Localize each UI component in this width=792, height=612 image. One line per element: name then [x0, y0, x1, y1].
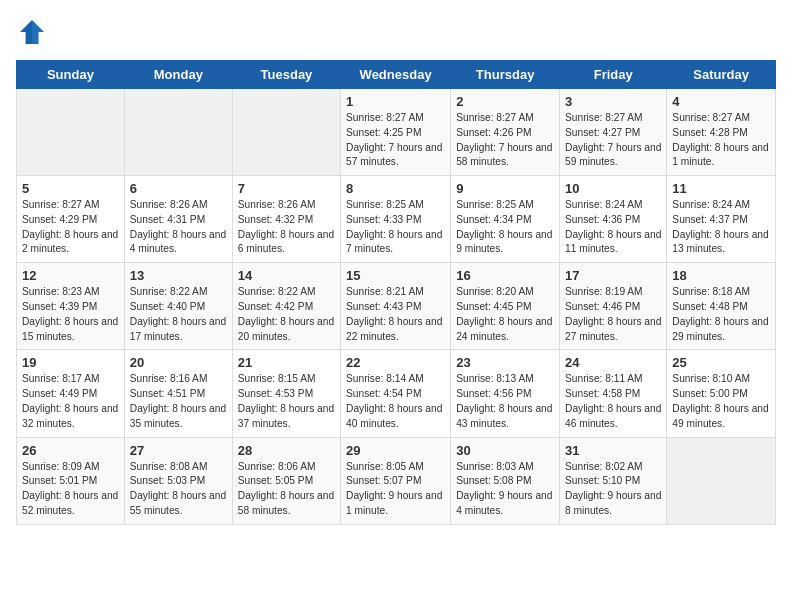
page-header	[16, 16, 776, 48]
day-info: Sunrise: 8:08 AMSunset: 5:03 PMDaylight:…	[130, 460, 227, 519]
calendar-cell: 29Sunrise: 8:05 AMSunset: 5:07 PMDayligh…	[341, 437, 451, 524]
day-number: 16	[456, 268, 554, 283]
day-number: 31	[565, 443, 661, 458]
day-number: 7	[238, 181, 335, 196]
weekday-monday: Monday	[124, 61, 232, 89]
day-info: Sunrise: 8:25 AMSunset: 4:34 PMDaylight:…	[456, 198, 554, 257]
day-number: 20	[130, 355, 227, 370]
calendar-cell: 20Sunrise: 8:16 AMSunset: 4:51 PMDayligh…	[124, 350, 232, 437]
calendar-cell: 11Sunrise: 8:24 AMSunset: 4:37 PMDayligh…	[667, 176, 776, 263]
calendar-cell: 1Sunrise: 8:27 AMSunset: 4:25 PMDaylight…	[341, 89, 451, 176]
day-info: Sunrise: 8:27 AMSunset: 4:25 PMDaylight:…	[346, 111, 445, 170]
calendar-cell	[232, 89, 340, 176]
day-info: Sunrise: 8:11 AMSunset: 4:58 PMDaylight:…	[565, 372, 661, 431]
calendar-cell: 10Sunrise: 8:24 AMSunset: 4:36 PMDayligh…	[560, 176, 667, 263]
calendar-week-2: 5Sunrise: 8:27 AMSunset: 4:29 PMDaylight…	[17, 176, 776, 263]
calendar-cell: 7Sunrise: 8:26 AMSunset: 4:32 PMDaylight…	[232, 176, 340, 263]
day-number: 11	[672, 181, 770, 196]
day-info: Sunrise: 8:06 AMSunset: 5:05 PMDaylight:…	[238, 460, 335, 519]
day-number: 27	[130, 443, 227, 458]
day-number: 2	[456, 94, 554, 109]
day-number: 15	[346, 268, 445, 283]
day-info: Sunrise: 8:23 AMSunset: 4:39 PMDaylight:…	[22, 285, 119, 344]
day-number: 29	[346, 443, 445, 458]
day-number: 8	[346, 181, 445, 196]
day-number: 12	[22, 268, 119, 283]
weekday-tuesday: Tuesday	[232, 61, 340, 89]
day-info: Sunrise: 8:24 AMSunset: 4:36 PMDaylight:…	[565, 198, 661, 257]
day-number: 19	[22, 355, 119, 370]
day-info: Sunrise: 8:26 AMSunset: 4:31 PMDaylight:…	[130, 198, 227, 257]
day-number: 26	[22, 443, 119, 458]
day-number: 28	[238, 443, 335, 458]
calendar-cell: 16Sunrise: 8:20 AMSunset: 4:45 PMDayligh…	[451, 263, 560, 350]
calendar-cell: 4Sunrise: 8:27 AMSunset: 4:28 PMDaylight…	[667, 89, 776, 176]
calendar-week-5: 26Sunrise: 8:09 AMSunset: 5:01 PMDayligh…	[17, 437, 776, 524]
calendar-cell	[667, 437, 776, 524]
day-info: Sunrise: 8:21 AMSunset: 4:43 PMDaylight:…	[346, 285, 445, 344]
calendar-cell: 26Sunrise: 8:09 AMSunset: 5:01 PMDayligh…	[17, 437, 125, 524]
day-number: 30	[456, 443, 554, 458]
day-info: Sunrise: 8:03 AMSunset: 5:08 PMDaylight:…	[456, 460, 554, 519]
day-number: 5	[22, 181, 119, 196]
weekday-sunday: Sunday	[17, 61, 125, 89]
calendar-cell: 13Sunrise: 8:22 AMSunset: 4:40 PMDayligh…	[124, 263, 232, 350]
calendar-week-3: 12Sunrise: 8:23 AMSunset: 4:39 PMDayligh…	[17, 263, 776, 350]
calendar-cell: 14Sunrise: 8:22 AMSunset: 4:42 PMDayligh…	[232, 263, 340, 350]
day-info: Sunrise: 8:14 AMSunset: 4:54 PMDaylight:…	[346, 372, 445, 431]
day-info: Sunrise: 8:18 AMSunset: 4:48 PMDaylight:…	[672, 285, 770, 344]
calendar-cell: 5Sunrise: 8:27 AMSunset: 4:29 PMDaylight…	[17, 176, 125, 263]
calendar-cell: 25Sunrise: 8:10 AMSunset: 5:00 PMDayligh…	[667, 350, 776, 437]
calendar-cell: 30Sunrise: 8:03 AMSunset: 5:08 PMDayligh…	[451, 437, 560, 524]
day-number: 10	[565, 181, 661, 196]
day-number: 23	[456, 355, 554, 370]
svg-marker-1	[32, 20, 44, 44]
day-number: 13	[130, 268, 227, 283]
weekday-friday: Friday	[560, 61, 667, 89]
calendar-week-1: 1Sunrise: 8:27 AMSunset: 4:25 PMDaylight…	[17, 89, 776, 176]
day-number: 17	[565, 268, 661, 283]
day-info: Sunrise: 8:27 AMSunset: 4:28 PMDaylight:…	[672, 111, 770, 170]
calendar-cell: 3Sunrise: 8:27 AMSunset: 4:27 PMDaylight…	[560, 89, 667, 176]
calendar-table: SundayMondayTuesdayWednesdayThursdayFrid…	[16, 60, 776, 525]
day-info: Sunrise: 8:25 AMSunset: 4:33 PMDaylight:…	[346, 198, 445, 257]
calendar-cell: 12Sunrise: 8:23 AMSunset: 4:39 PMDayligh…	[17, 263, 125, 350]
calendar-cell: 27Sunrise: 8:08 AMSunset: 5:03 PMDayligh…	[124, 437, 232, 524]
weekday-header-row: SundayMondayTuesdayWednesdayThursdayFrid…	[17, 61, 776, 89]
day-number: 3	[565, 94, 661, 109]
day-info: Sunrise: 8:02 AMSunset: 5:10 PMDaylight:…	[565, 460, 661, 519]
day-info: Sunrise: 8:13 AMSunset: 4:56 PMDaylight:…	[456, 372, 554, 431]
day-info: Sunrise: 8:15 AMSunset: 4:53 PMDaylight:…	[238, 372, 335, 431]
calendar-cell: 31Sunrise: 8:02 AMSunset: 5:10 PMDayligh…	[560, 437, 667, 524]
calendar-cell	[124, 89, 232, 176]
day-number: 24	[565, 355, 661, 370]
day-number: 4	[672, 94, 770, 109]
day-info: Sunrise: 8:27 AMSunset: 4:29 PMDaylight:…	[22, 198, 119, 257]
day-info: Sunrise: 8:27 AMSunset: 4:27 PMDaylight:…	[565, 111, 661, 170]
calendar-cell: 24Sunrise: 8:11 AMSunset: 4:58 PMDayligh…	[560, 350, 667, 437]
calendar-cell	[17, 89, 125, 176]
calendar-week-4: 19Sunrise: 8:17 AMSunset: 4:49 PMDayligh…	[17, 350, 776, 437]
calendar-cell: 28Sunrise: 8:06 AMSunset: 5:05 PMDayligh…	[232, 437, 340, 524]
calendar-cell: 22Sunrise: 8:14 AMSunset: 4:54 PMDayligh…	[341, 350, 451, 437]
calendar-cell: 17Sunrise: 8:19 AMSunset: 4:46 PMDayligh…	[560, 263, 667, 350]
day-info: Sunrise: 8:27 AMSunset: 4:26 PMDaylight:…	[456, 111, 554, 170]
day-number: 18	[672, 268, 770, 283]
calendar-cell: 6Sunrise: 8:26 AMSunset: 4:31 PMDaylight…	[124, 176, 232, 263]
day-number: 14	[238, 268, 335, 283]
day-info: Sunrise: 8:10 AMSunset: 5:00 PMDaylight:…	[672, 372, 770, 431]
day-number: 1	[346, 94, 445, 109]
day-info: Sunrise: 8:26 AMSunset: 4:32 PMDaylight:…	[238, 198, 335, 257]
day-number: 6	[130, 181, 227, 196]
calendar-cell: 8Sunrise: 8:25 AMSunset: 4:33 PMDaylight…	[341, 176, 451, 263]
weekday-saturday: Saturday	[667, 61, 776, 89]
logo	[16, 16, 52, 48]
calendar-cell: 15Sunrise: 8:21 AMSunset: 4:43 PMDayligh…	[341, 263, 451, 350]
calendar-cell: 18Sunrise: 8:18 AMSunset: 4:48 PMDayligh…	[667, 263, 776, 350]
day-info: Sunrise: 8:24 AMSunset: 4:37 PMDaylight:…	[672, 198, 770, 257]
logo-icon	[16, 16, 48, 48]
calendar-cell: 21Sunrise: 8:15 AMSunset: 4:53 PMDayligh…	[232, 350, 340, 437]
day-number: 22	[346, 355, 445, 370]
day-number: 21	[238, 355, 335, 370]
day-info: Sunrise: 8:09 AMSunset: 5:01 PMDaylight:…	[22, 460, 119, 519]
